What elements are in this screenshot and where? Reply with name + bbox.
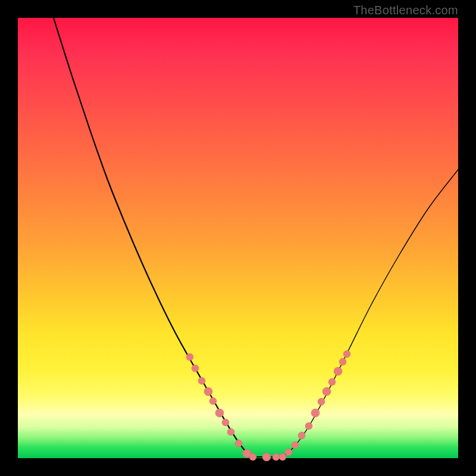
data-point [322,387,331,396]
series-left-curve [54,18,250,457]
data-point [334,367,342,375]
data-point [204,387,212,396]
plot-area [18,18,458,458]
chart-svg [18,18,458,458]
data-point [273,453,280,461]
data-point [215,409,224,417]
data-point [318,398,325,405]
data-point [198,377,205,384]
data-point [235,440,242,447]
data-point [292,441,299,449]
data-point [343,350,350,358]
data-point [262,453,271,461]
data-point [186,353,193,361]
data-point [227,428,234,436]
data-point [285,449,292,456]
data-point [209,397,217,405]
series-right-curve [283,170,458,457]
data-point [311,409,320,417]
data-point [328,378,336,386]
data-point [298,432,305,439]
marker-group [186,350,350,461]
watermark-text: TheBottleneck.com [353,4,458,17]
data-point [192,365,199,372]
data-point [279,453,286,461]
data-point [339,358,346,365]
data-point [222,419,229,426]
data-point [305,422,312,430]
chart-stage: TheBottleneck.com [0,0,476,476]
data-point [249,453,256,461]
series-group [54,18,458,457]
